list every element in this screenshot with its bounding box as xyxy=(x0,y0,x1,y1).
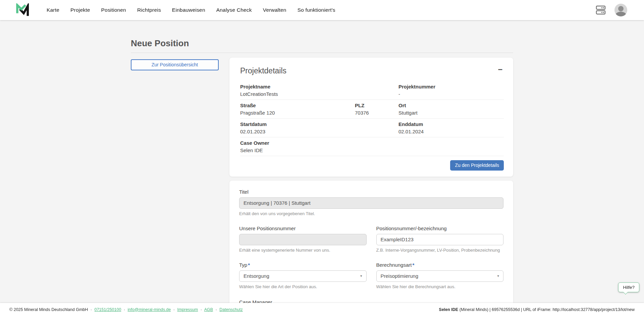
titel-label: Titel xyxy=(239,189,503,195)
footer-email-link[interactable]: info@mineral-minds.de xyxy=(128,307,171,312)
go-to-project-details-button[interactable]: Zu den Projektdetails xyxy=(450,160,504,171)
nav-item-analyse-check[interactable]: Analyse Check xyxy=(216,7,252,13)
footer-phone-link[interactable]: 07151/250100 xyxy=(94,307,121,312)
nav-item-so-funktionierts[interactable]: So funktioniert's xyxy=(298,7,335,13)
unsere-positionsnummer-label: Unsere Positionsnummer xyxy=(239,225,367,232)
unsere-positionsnummer-input xyxy=(239,234,367,245)
case-owner-value: Selen IDE xyxy=(240,147,504,153)
avatar-body-shape xyxy=(615,12,626,16)
enddatum-label: Enddatum xyxy=(398,121,504,127)
project-row-dates: Startdatum 02.01.2023 Enddatum 02.01.202… xyxy=(240,119,504,137)
positionsnummer-helper: Z.B. Interne-Vorgangsnummer, LV-Position… xyxy=(376,248,504,253)
positionsnummer-field-group: Positionsnummer/-bezeichnung Z.B. Intern… xyxy=(376,225,504,253)
footer-separator: · xyxy=(201,307,202,312)
avatar-head-shape xyxy=(618,6,624,11)
nav-item-karte[interactable]: Karte xyxy=(47,7,59,13)
mineral-minds-logo-icon[interactable] xyxy=(15,3,31,17)
strasse-value: Pragstraße 120 xyxy=(240,110,355,116)
projektname-label: Projektname xyxy=(240,83,398,90)
nav-item-verwalten[interactable]: Verwalten xyxy=(263,7,286,13)
typ-label-text: Typ xyxy=(239,262,247,268)
footer-separator: · xyxy=(124,307,125,312)
footer-separator: · xyxy=(216,307,217,312)
case-owner-label: Case Owner xyxy=(240,140,504,146)
footer-session-user: Selen IDE xyxy=(439,307,459,312)
back-to-positions-button[interactable]: Zur Positionsübersicht xyxy=(131,59,219,70)
startdatum-label: Startdatum xyxy=(240,121,398,127)
positionsnummer-input[interactable] xyxy=(376,234,504,245)
projektnummer-label: Projektnummer xyxy=(398,83,504,90)
server-dns-icon[interactable] xyxy=(596,5,606,15)
enddatum-value: 02.01.2024 xyxy=(398,128,504,135)
footer-impressum-link[interactable]: Impressum xyxy=(177,307,198,312)
main-content: Neue Position Zur Positionsübersicht Pro… xyxy=(0,0,644,316)
ort-value: Stuttgart xyxy=(398,110,504,116)
unsere-positionsnummer-helper: Erhält eine systemgenerierte Nummer von … xyxy=(239,248,367,253)
typ-select[interactable]: Entsorgung ▾ xyxy=(239,270,367,282)
projektnummer-value: - xyxy=(398,91,504,97)
berechnungsart-required-marker: * xyxy=(412,262,414,268)
strasse-label: Straße xyxy=(240,102,355,109)
footer-agb-link[interactable]: AGB xyxy=(204,307,213,312)
titel-helper: Erhält den von uns vorgegebenen Titel. xyxy=(239,211,503,216)
unsere-positionsnummer-field-group: Unsere Positionsnummer Erhält eine syste… xyxy=(239,225,367,253)
page-title-block: Neue Position xyxy=(131,20,513,53)
nav-item-richtpreis[interactable]: Richtpreis xyxy=(137,7,161,13)
left-column: Zur Positionsübersicht xyxy=(131,58,219,70)
titel-input xyxy=(239,197,503,209)
footer-session-info: Selen IDE (Mineral Minds) | 69576255536d… xyxy=(439,307,635,312)
footer-session-details: (Mineral Minds) | 69576255536d | URL of … xyxy=(458,307,635,312)
berechnungsart-select[interactable]: Preisoptimierung ▾ xyxy=(376,270,504,282)
project-details-title: Projektdetails xyxy=(240,66,286,76)
nav-item-projekte[interactable]: Projekte xyxy=(70,7,90,13)
collapse-card-icon[interactable]: – xyxy=(497,66,504,72)
footer-separator: · xyxy=(173,307,175,312)
footer-datenschutz-link[interactable]: Datenschutz xyxy=(219,307,243,312)
berechnungsart-label: Berechnungsart* xyxy=(376,262,504,268)
chevron-down-icon: ▾ xyxy=(497,274,499,278)
plz-label: PLZ xyxy=(355,102,398,109)
berechnungsart-helper: Wählen Sie hier die Berechnungsart aus. xyxy=(376,284,504,290)
page-title: Neue Position xyxy=(131,39,513,49)
help-button[interactable]: Hilfe? xyxy=(618,282,639,292)
project-row-case-owner: Case Owner Selen IDE xyxy=(240,137,504,156)
chevron-down-icon: ▾ xyxy=(360,274,362,278)
top-navbar: Karte Projekte Positionen Richtpreis Ein… xyxy=(0,0,644,20)
startdatum-value: 02.01.2023 xyxy=(240,128,398,135)
help-button-label: Hilfe? xyxy=(623,285,635,290)
footer-left: © 2025 Mineral Minds Deutschland GmbH · … xyxy=(9,307,243,312)
navbar-right xyxy=(596,4,627,16)
typ-field-group: Typ* Entsorgung ▾ Wählen Sie hier die Ar… xyxy=(239,262,367,290)
footer-copyright: © 2025 Mineral Minds Deutschland GmbH xyxy=(9,307,88,312)
typ-select-value: Entsorgung xyxy=(244,273,269,279)
footer-separator: · xyxy=(91,307,92,312)
ort-label: Ort xyxy=(398,102,504,109)
project-row-address: Straße Pragstraße 120 PLZ 70376 Ort Stut… xyxy=(240,100,504,119)
project-row-name-number: Projektname LotCreationTests Projektnumm… xyxy=(240,81,504,100)
footer: © 2025 Mineral Minds Deutschland GmbH · … xyxy=(0,303,644,316)
new-position-form-card: Titel Erhält den von uns vorgegebenen Ti… xyxy=(229,181,513,316)
typ-label: Typ* xyxy=(239,262,367,268)
typ-required-marker: * xyxy=(248,262,250,268)
plz-value: 70376 xyxy=(355,110,398,116)
user-avatar[interactable] xyxy=(614,4,627,16)
projektname-value: LotCreationTests xyxy=(240,91,398,97)
right-column: Projektdetails – Projektname LotCreation… xyxy=(229,58,513,316)
berechnungsart-select-value: Preisoptimierung xyxy=(381,273,419,279)
berechnungsart-field-group: Berechnungsart* Preisoptimierung ▾ Wähle… xyxy=(376,262,504,290)
berechnungsart-label-text: Berechnungsart xyxy=(376,262,412,268)
nav-item-positionen[interactable]: Positionen xyxy=(101,7,126,13)
positionsnummer-label: Positionsnummer/-bezeichnung xyxy=(376,225,504,232)
nav-item-einbauweisen[interactable]: Einbauweisen xyxy=(172,7,205,13)
titel-field-group: Titel Erhält den von uns vorgegebenen Ti… xyxy=(239,189,503,216)
project-details-card: Projektdetails – Projektname LotCreation… xyxy=(229,58,513,177)
main-nav: Karte Projekte Positionen Richtpreis Ein… xyxy=(47,7,346,13)
typ-helper: Wählen Sie hier die Art der Position aus… xyxy=(239,284,367,290)
